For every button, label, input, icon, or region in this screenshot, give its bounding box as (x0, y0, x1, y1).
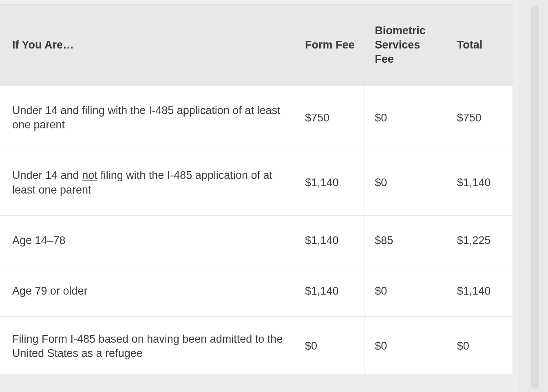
fee-table: If You Are… Form Fee Biometric Services … (0, 4, 513, 375)
cell-total: $1,140 (447, 150, 513, 215)
table-row: Under 14 and filing with the I-485 appli… (0, 86, 513, 150)
cell-form-fee: $1,140 (295, 215, 365, 266)
col-header-total: Total (447, 5, 513, 86)
col-header-biometric-fee: Biometric Services Fee (365, 5, 447, 86)
cell-total: $750 (447, 86, 513, 150)
cell-biometric-fee: $85 (365, 215, 447, 266)
scrollbar-thumb[interactable] (531, 6, 539, 389)
cell-biometric-fee: $0 (365, 266, 447, 316)
cell-form-fee: $750 (295, 86, 365, 150)
table-row: Filing Form I-485 based on having been a… (0, 316, 513, 374)
cell-text: Under 14 and (12, 169, 82, 181)
cell-text: Filing Form I-485 based on having been a… (12, 333, 283, 359)
col-header-form-fee: Form Fee (295, 5, 365, 86)
col-header-if-you-are: If You Are… (0, 5, 295, 86)
table-row: Age 14–78 $1,140 $85 $1,225 (0, 215, 513, 266)
cell-form-fee: $0 (295, 316, 365, 374)
table-row: Age 79 or older $1,140 $0 $1,140 (0, 266, 513, 316)
fee-table-container: If You Are… Form Fee Biometric Services … (0, 4, 513, 375)
cell-biometric-fee: $0 (365, 86, 447, 150)
cell-form-fee: $1,140 (295, 150, 365, 215)
cell-if-you-are: Age 79 or older (0, 266, 295, 316)
cell-if-you-are: Filing Form I-485 based on having been a… (0, 316, 295, 374)
cell-form-fee: $1,140 (295, 266, 365, 316)
cell-text: Under 14 and filing with the I-485 appli… (12, 104, 280, 131)
cell-text-underline: not (82, 169, 97, 181)
scrollbar-track[interactable] (519, 0, 548, 392)
cell-biometric-fee: $0 (365, 316, 447, 374)
cell-text: Age 79 or older (12, 285, 88, 297)
cell-total: $1,140 (447, 266, 513, 316)
cell-if-you-are: Age 14–78 (0, 215, 295, 266)
cell-biometric-fee: $0 (365, 150, 447, 215)
cell-total: $0 (447, 316, 513, 374)
cell-text: Age 14–78 (12, 234, 66, 247)
cell-if-you-are: Under 14 and filing with the I-485 appli… (0, 86, 295, 150)
cell-total: $1,225 (447, 215, 513, 266)
cell-if-you-are: Under 14 and not filing with the I-485 a… (0, 150, 295, 215)
table-header-row: If You Are… Form Fee Biometric Services … (0, 5, 513, 86)
table-row: Under 14 and not filing with the I-485 a… (0, 150, 513, 215)
